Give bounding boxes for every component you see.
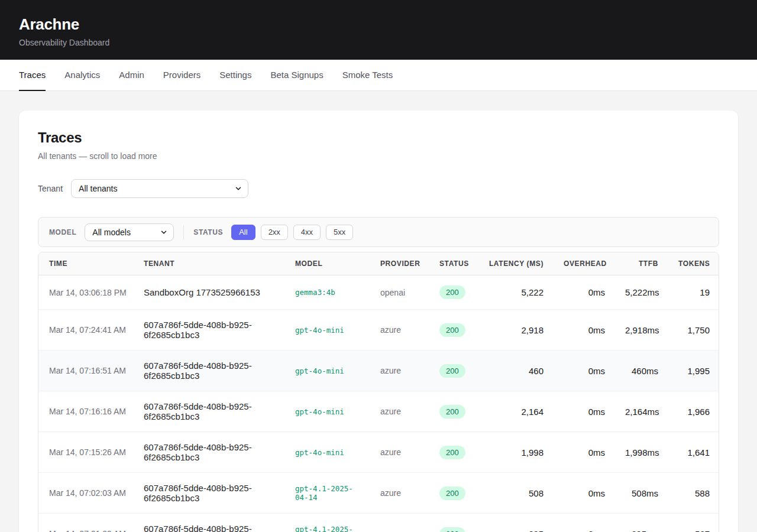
cell-overhead: 0ms [553, 310, 614, 351]
cell-tenant: 607a786f-5dde-408b-b925- 6f2685cb1bc3 [133, 391, 284, 432]
page-subtitle: All tenants — scroll to load more [38, 151, 719, 161]
cell-time: Mar 14, 07:16:16 AM [38, 391, 133, 432]
nav-tab-analytics[interactable]: Analytics [64, 60, 100, 91]
cell-model: gpt-4.1-2025- 04-14 [284, 514, 370, 532]
cell-latency: 2,164 [477, 391, 553, 432]
column-header-status: Status [429, 252, 477, 275]
status-filter-all[interactable]: All [231, 225, 255, 240]
nav-tab-smoke-tests[interactable]: Smoke Tests [342, 60, 393, 91]
cell-overhead: 0ms [553, 514, 614, 532]
table-row[interactable]: Mar 14, 07:15:26 AM607a786f-5dde-408b-b9… [38, 432, 719, 473]
cell-provider: azure [370, 432, 429, 473]
table-row[interactable]: Mar 14, 07:24:41 AM607a786f-5dde-408b-b9… [38, 310, 719, 351]
cell-tokens: 567 [668, 514, 719, 532]
tenant-select[interactable]: All tenants [71, 179, 248, 198]
model-select[interactable]: All models [85, 223, 174, 241]
filter-divider [183, 225, 184, 239]
nav-tab-beta-signups[interactable]: Beta Signups [270, 60, 323, 91]
column-header-tenant: Tenant [133, 252, 284, 275]
cell-tokens: 1,641 [668, 432, 719, 473]
cell-tenant: 607a786f-5dde-408b-b925- 6f2685cb1bc3 [133, 514, 284, 532]
column-header-model: Model [284, 252, 370, 275]
cell-overhead: 0ms [553, 391, 614, 432]
cell-time: Mar 14, 07:24:41 AM [38, 310, 133, 351]
cell-status: 200 [429, 391, 477, 432]
status-badge: 200 [439, 286, 465, 299]
nav-tab-providers[interactable]: Providers [163, 60, 200, 91]
cell-tenant: 607a786f-5dde-408b-b925- 6f2685cb1bc3 [133, 351, 284, 391]
cell-overhead: 0ms [553, 351, 614, 391]
table-row[interactable]: Mar 14, 07:16:16 AM607a786f-5dde-408b-b9… [38, 391, 719, 432]
status-badge: 200 [439, 486, 465, 500]
status-filter-4xx[interactable]: 4xx [293, 225, 321, 240]
cell-tokens: 1,966 [668, 391, 719, 432]
cell-time: Mar 14, 07:02:03 AM [38, 473, 133, 514]
cell-provider: azure [370, 310, 429, 351]
status-filter-2xx[interactable]: 2xx [261, 225, 288, 240]
cell-latency: 460 [477, 351, 553, 391]
traces-table: TimeTenantModelProviderStatusLatency (ms… [38, 252, 719, 532]
cell-tenant: 607a786f-5dde-408b-b925- 6f2685cb1bc3 [133, 473, 284, 514]
tenant-select-wrap: All tenants [71, 179, 248, 198]
column-header-overhead: Overhead [553, 252, 614, 275]
cell-status: 200 [429, 514, 477, 532]
status-badge: 200 [439, 364, 465, 378]
column-header-tokens: Tokens [668, 252, 719, 275]
column-header-ttfb: TTFB [614, 252, 668, 275]
status-filter-label: Status [193, 228, 223, 236]
cell-latency: 508 [477, 473, 553, 514]
cell-tokens: 588 [668, 473, 719, 514]
cell-tokens: 1,995 [668, 351, 719, 391]
cell-latency: 895 [477, 514, 553, 532]
table-header: TimeTenantModelProviderStatusLatency (ms… [38, 252, 719, 275]
cell-provider: openai [370, 275, 429, 310]
status-filter-5xx[interactable]: 5xx [326, 225, 353, 240]
table-row[interactable]: Mar 14, 07:01:39 AM607a786f-5dde-408b-b9… [38, 514, 719, 532]
cell-provider: azure [370, 351, 429, 391]
cell-time: Mar 14, 07:01:39 AM [38, 514, 133, 532]
status-badge: 200 [439, 405, 465, 419]
cell-time: Mar 14, 07:16:51 AM [38, 351, 133, 391]
cell-provider: azure [370, 473, 429, 514]
cell-latency: 1,998 [477, 432, 553, 473]
cell-ttfb: 895ms [614, 514, 668, 532]
cell-status: 200 [429, 432, 477, 473]
nav-tab-traces[interactable]: Traces [19, 60, 46, 91]
cell-tenant: 607a786f-5dde-408b-b925- 6f2685cb1bc3 [133, 432, 284, 473]
nav-tab-admin[interactable]: Admin [119, 60, 144, 91]
cell-ttfb: 2,918ms [614, 310, 668, 351]
cell-model: gpt-4o-mini [284, 351, 370, 391]
app-header: Arachne Observability Dashboard [0, 0, 757, 60]
tenant-filter-row: Tenant All tenants [38, 179, 719, 198]
status-button-group: All2xx4xx5xx [231, 225, 353, 240]
cell-overhead: 0ms [553, 275, 614, 310]
traces-table-container: TimeTenantModelProviderStatusLatency (ms… [38, 252, 719, 532]
cell-status: 200 [429, 310, 477, 351]
cell-model: gpt-4o-mini [284, 432, 370, 473]
model-select-wrap: All models [85, 223, 174, 241]
table-row[interactable]: Mar 14, 07:02:03 AM607a786f-5dde-408b-b9… [38, 473, 719, 514]
status-badge: 200 [439, 446, 465, 459]
cell-ttfb: 2,164ms [614, 391, 668, 432]
app-title: Arachne [19, 15, 738, 34]
table-row[interactable]: Mar 14, 07:16:51 AM607a786f-5dde-408b-b9… [38, 351, 719, 391]
column-header-time: Time [38, 252, 133, 275]
column-header-latency-ms-: Latency (ms) [477, 252, 553, 275]
cell-ttfb: 1,998ms [614, 432, 668, 473]
nav-tab-settings[interactable]: Settings [219, 60, 251, 91]
cell-ttfb: 508ms [614, 473, 668, 514]
column-header-provider: Provider [370, 252, 429, 275]
cell-model: gpt-4o-mini [284, 310, 370, 351]
cell-overhead: 0ms [553, 432, 614, 473]
cell-model: gpt-4.1-2025- 04-14 [284, 473, 370, 514]
main-nav: TracesAnalyticsAdminProvidersSettingsBet… [0, 60, 757, 91]
cell-latency: 5,222 [477, 275, 553, 310]
cell-tokens: 1,750 [668, 310, 719, 351]
cell-status: 200 [429, 275, 477, 310]
cell-model: gpt-4o-mini [284, 391, 370, 432]
traces-card: Traces All tenants — scroll to load more… [19, 111, 738, 532]
cell-ttfb: 5,222ms [614, 275, 668, 310]
cell-ttfb: 460ms [614, 351, 668, 391]
table-row[interactable]: Mar 14, 03:06:18 PMSandboxOrg 1773525966… [38, 275, 719, 310]
cell-tokens: 19 [668, 275, 719, 310]
